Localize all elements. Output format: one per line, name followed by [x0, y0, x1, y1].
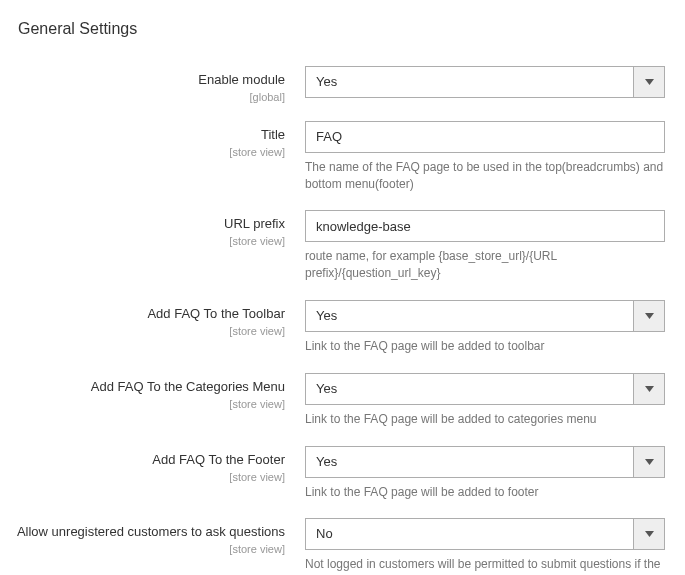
field-add-footer: Add FAQ To the Footer [store view] Yes L… [10, 446, 675, 501]
label-title: Title [261, 127, 285, 142]
field-label-col: Enable module [global] [10, 66, 305, 103]
scope-store-view: [store view] [10, 398, 285, 410]
select-enable-module[interactable]: Yes [305, 66, 665, 98]
hint-add-toolbar: Link to the FAQ page will be added to to… [305, 338, 665, 355]
select-value: Yes [305, 373, 665, 405]
label-add-toolbar: Add FAQ To the Toolbar [147, 306, 285, 321]
hint-add-categories: Link to the FAQ page will be added to ca… [305, 411, 665, 428]
select-add-categories[interactable]: Yes [305, 373, 665, 405]
input-title[interactable] [305, 121, 665, 153]
select-allow-unregistered[interactable]: No [305, 518, 665, 550]
field-value-col: Yes Link to the FAQ page will be added t… [305, 300, 665, 355]
scope-store-view: [store view] [10, 325, 285, 337]
scope-store-view: [store view] [10, 543, 285, 555]
select-value: Yes [305, 446, 665, 478]
field-value-col: Yes Link to the FAQ page will be added t… [305, 373, 665, 428]
field-value-col: No Not logged in customers will be permi… [305, 518, 665, 575]
field-label-col: Add FAQ To the Toolbar [store view] [10, 300, 305, 337]
field-label-col: URL prefix [store view] [10, 210, 305, 247]
select-add-toolbar[interactable]: Yes [305, 300, 665, 332]
select-value: Yes [305, 300, 665, 332]
label-allow-unregistered: Allow unregistered customers to ask ques… [17, 524, 285, 539]
scope-store-view: [store view] [10, 471, 285, 483]
scope-global: [global] [10, 91, 285, 103]
field-label-col: Add FAQ To the Footer [store view] [10, 446, 305, 483]
section-title: General Settings [10, 20, 675, 38]
field-value-col: route name, for example {base_store_url}… [305, 210, 665, 282]
field-label-col: Allow unregistered customers to ask ques… [10, 518, 305, 555]
field-value-col: The name of the FAQ page to be used in t… [305, 121, 665, 193]
scope-store-view: [store view] [10, 235, 285, 247]
field-add-toolbar: Add FAQ To the Toolbar [store view] Yes … [10, 300, 675, 355]
field-value-col: Yes Link to the FAQ page will be added t… [305, 446, 665, 501]
field-allow-unregistered: Allow unregistered customers to ask ques… [10, 518, 675, 575]
select-value: No [305, 518, 665, 550]
hint-url-prefix: route name, for example {base_store_url}… [305, 248, 665, 282]
hint-add-footer: Link to the FAQ page will be added to fo… [305, 484, 665, 501]
field-add-categories: Add FAQ To the Categories Menu [store vi… [10, 373, 675, 428]
select-value: Yes [305, 66, 665, 98]
input-url-prefix[interactable] [305, 210, 665, 242]
field-title: Title [store view] The name of the FAQ p… [10, 121, 675, 193]
hint-allow-unregistered: Not logged in customers will be permitte… [305, 556, 665, 575]
label-enable-module: Enable module [198, 72, 285, 87]
field-url-prefix: URL prefix [store view] route name, for … [10, 210, 675, 282]
label-add-categories: Add FAQ To the Categories Menu [91, 379, 285, 394]
field-label-col: Title [store view] [10, 121, 305, 158]
field-enable-module: Enable module [global] Yes [10, 66, 675, 103]
select-add-footer[interactable]: Yes [305, 446, 665, 478]
label-url-prefix: URL prefix [224, 216, 285, 231]
label-add-footer: Add FAQ To the Footer [152, 452, 285, 467]
field-label-col: Add FAQ To the Categories Menu [store vi… [10, 373, 305, 410]
hint-title: The name of the FAQ page to be used in t… [305, 159, 665, 193]
field-value-col: Yes [305, 66, 665, 98]
scope-store-view: [store view] [10, 146, 285, 158]
